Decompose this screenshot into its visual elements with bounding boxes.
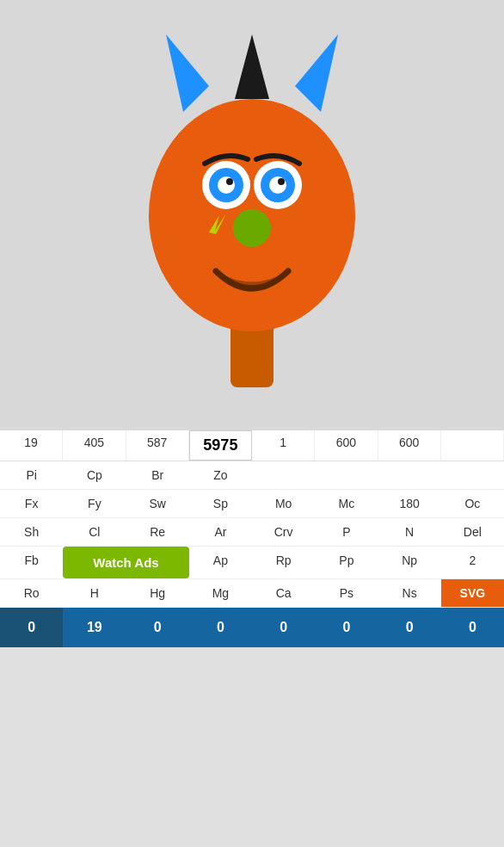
score-4: 0 — [252, 608, 315, 647]
cell-empty-1 — [252, 461, 315, 489]
label-row-4: Fb Watch Ads Ap Rp Pp Np 2 — [0, 547, 504, 579]
cell-sh[interactable]: Sh — [0, 518, 63, 546]
score-3: 0 — [189, 608, 252, 647]
cell-del[interactable]: Del — [441, 518, 504, 546]
score-1: 19 — [63, 608, 126, 647]
svg-point-13 — [226, 178, 233, 185]
svg-marker-5 — [295, 34, 338, 112]
cell-h[interactable]: H — [63, 579, 126, 607]
label-row-2: Fx Fy Sw Sp Mo Mc 180 Oc — [0, 490, 504, 518]
num-cell-7: 600 — [378, 430, 441, 461]
label-row-1: Pi Cp Br Zo — [0, 461, 504, 490]
num-cell-4-highlighted: 5975 — [189, 430, 252, 461]
watch-ads-button[interactable]: Watch Ads — [63, 547, 189, 578]
cell-rp[interactable]: Rp — [252, 547, 315, 578]
cell-pi[interactable]: Pi — [0, 461, 63, 489]
svg-point-11 — [218, 176, 235, 194]
cell-fb[interactable]: Fb — [0, 547, 63, 578]
cell-ns[interactable]: Ns — [378, 579, 441, 607]
grid-area: 19 405 587 5975 1 600 600 Pi Cp Br Zo Fx… — [0, 430, 504, 647]
num-cell-2: 405 — [63, 430, 126, 461]
character-area — [0, 0, 504, 430]
cell-hg[interactable]: Hg — [126, 579, 189, 607]
cell-p[interactable]: P — [315, 518, 378, 546]
cell-mg[interactable]: Mg — [189, 579, 252, 607]
cell-180[interactable]: 180 — [378, 490, 441, 517]
num-cell-3: 587 — [126, 430, 189, 461]
cell-2[interactable]: 2 — [441, 547, 504, 578]
cell-cp[interactable]: Cp — [63, 461, 126, 489]
num-cell-6: 600 — [315, 430, 378, 461]
cell-re[interactable]: Re — [126, 518, 189, 546]
cell-ap[interactable]: Ap — [189, 547, 252, 578]
svg-point-12 — [269, 176, 286, 194]
cell-ps[interactable]: Ps — [315, 579, 378, 607]
cell-zo[interactable]: Zo — [189, 461, 252, 489]
cell-fx[interactable]: Fx — [0, 490, 63, 517]
cell-crv[interactable]: Crv — [252, 518, 315, 546]
cell-br[interactable]: Br — [126, 461, 189, 489]
cell-ca[interactable]: Ca — [252, 579, 315, 607]
numbers-row: 19 405 587 5975 1 600 600 — [0, 430, 504, 461]
score-7: 0 — [441, 608, 504, 647]
cell-mo[interactable]: Mo — [252, 490, 315, 517]
score-row: 0 19 0 0 0 0 0 0 — [0, 608, 504, 647]
num-cell-5: 1 — [252, 430, 315, 461]
cell-ro[interactable]: Ro — [0, 579, 63, 607]
cell-np[interactable]: Np — [378, 547, 441, 578]
svg-point-15 — [233, 209, 271, 247]
cell-empty-3 — [378, 461, 441, 489]
label-row-5: Ro H Hg Mg Ca Ps Ns SVG — [0, 579, 504, 608]
svg-button[interactable]: SVG — [441, 579, 504, 607]
cell-sw[interactable]: Sw — [126, 490, 189, 517]
label-row-3: Sh Cl Re Ar Crv P N Del — [0, 518, 504, 547]
svg-marker-6 — [235, 34, 269, 99]
num-cell-1: 19 — [0, 430, 63, 461]
cell-n[interactable]: N — [378, 518, 441, 546]
cell-cl[interactable]: Cl — [63, 518, 126, 546]
score-0: 0 — [0, 608, 63, 647]
svg-point-14 — [278, 178, 285, 185]
cell-fy[interactable]: Fy — [63, 490, 126, 517]
cell-mc[interactable]: Mc — [315, 490, 378, 517]
cell-sp[interactable]: Sp — [189, 490, 252, 517]
character-svg — [123, 9, 381, 422]
cell-pp[interactable]: Pp — [315, 547, 378, 578]
score-5: 0 — [315, 608, 378, 647]
cell-ar[interactable]: Ar — [189, 518, 252, 546]
svg-marker-4 — [166, 34, 209, 112]
cell-oc[interactable]: Oc — [441, 490, 504, 517]
num-cell-8 — [441, 430, 504, 461]
score-2: 0 — [126, 608, 189, 647]
cell-empty-2 — [315, 461, 378, 489]
cell-empty-4 — [441, 461, 504, 489]
score-6: 0 — [378, 608, 441, 647]
